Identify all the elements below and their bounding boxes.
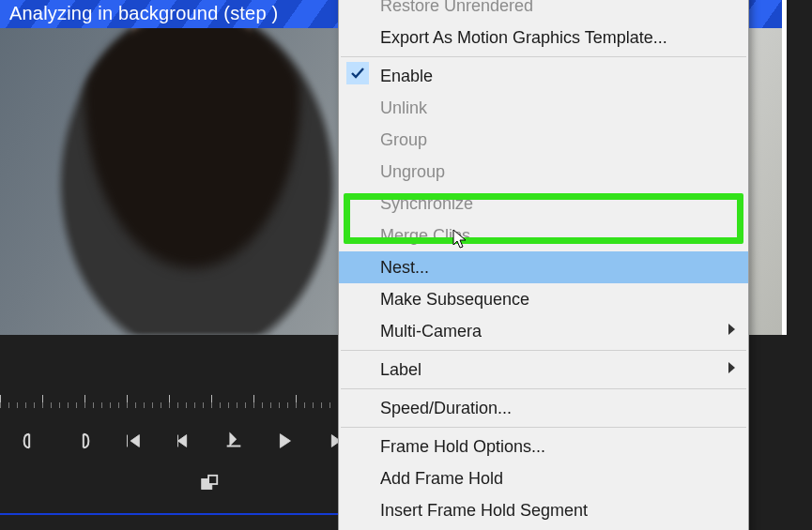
analysis-status-text: Analyzing in background (step ) [9, 3, 278, 23]
menu-item-export-as-motion-graphics-template[interactable]: Export As Motion Graphics Template... [339, 22, 748, 53]
step-back-button[interactable] [171, 429, 195, 453]
clip-context-menu: Restore UnrenderedExport As Motion Graph… [338, 0, 749, 530]
menu-separator [341, 427, 746, 428]
menu-item-group: Group [339, 124, 748, 156]
menu-item-make-subsequence[interactable]: Make Subsequence [339, 283, 748, 315]
menu-item-unlink: Unlink [339, 92, 748, 124]
menu-item-label: Speed/Duration... [380, 399, 512, 417]
timeline-playhead-line [0, 513, 338, 515]
svg-rect-1 [208, 476, 217, 484]
chevron-right-icon [728, 362, 735, 373]
menu-item-label: Export As Motion Graphics Template... [380, 28, 667, 47]
mark-out-button[interactable] [69, 429, 94, 453]
menu-separator [341, 350, 746, 351]
menu-item-label: Synchronize [380, 194, 473, 213]
menu-item-add-frame-hold[interactable]: Add Frame Hold [339, 462, 748, 494]
menu-item-nest[interactable]: Nest... [339, 251, 748, 283]
menu-item-enable[interactable]: Enable [339, 60, 748, 92]
menu-item-label: Multi-Camera [380, 322, 482, 341]
menu-item-synchronize: Synchronize [339, 188, 748, 220]
checkmark-icon [346, 62, 369, 84]
menu-item-merge-clips: Merge Clips... [339, 220, 748, 251]
menu-item-restore-unrendered: Restore Unrendered [339, 0, 748, 22]
chevron-right-icon [728, 324, 735, 335]
menu-item-frame-hold-options[interactable]: Frame Hold Options... [339, 431, 748, 462]
menu-item-ungroup: Ungroup [339, 156, 748, 188]
menu-item-label: Group [380, 130, 427, 149]
menu-item-label: Unlink [380, 98, 427, 117]
menu-item-label: Insert Frame Hold Segment [380, 501, 588, 520]
menu-separator [341, 56, 746, 57]
menu-item-speed-duration[interactable]: Speed/Duration... [339, 392, 748, 424]
menu-item-label: Make Subsequence [380, 290, 529, 309]
menu-item-label: Ungroup [380, 162, 445, 181]
menu-item-field-options: Field Options... [339, 526, 748, 530]
go-to-in-button[interactable] [120, 429, 145, 453]
export-frame-button[interactable] [197, 472, 222, 496]
transport-bar [0, 389, 338, 502]
play-button[interactable] [272, 429, 297, 453]
menu-item-label: Restore Unrendered [380, 0, 533, 15]
menu-item-label: Frame Hold Options... [380, 437, 545, 456]
mouse-cursor-icon [452, 229, 469, 251]
menu-item-label: Label [380, 360, 421, 379]
menu-item-label: Nest... [380, 258, 429, 277]
menu-item-label: Enable [380, 67, 433, 85]
preview-figure-hair [70, 9, 314, 291]
menu-item-label[interactable]: Label [339, 354, 748, 386]
menu-item-insert-frame-hold-segment[interactable]: Insert Frame Hold Segment [339, 494, 748, 526]
mark-in-button[interactable] [19, 429, 43, 453]
menu-item-label: Add Frame Hold [380, 469, 503, 488]
insert-button[interactable] [222, 429, 246, 453]
menu-separator [341, 388, 746, 389]
timeline-ruler[interactable] [0, 389, 338, 408]
menu-item-multi-camera[interactable]: Multi-Camera [339, 315, 748, 347]
